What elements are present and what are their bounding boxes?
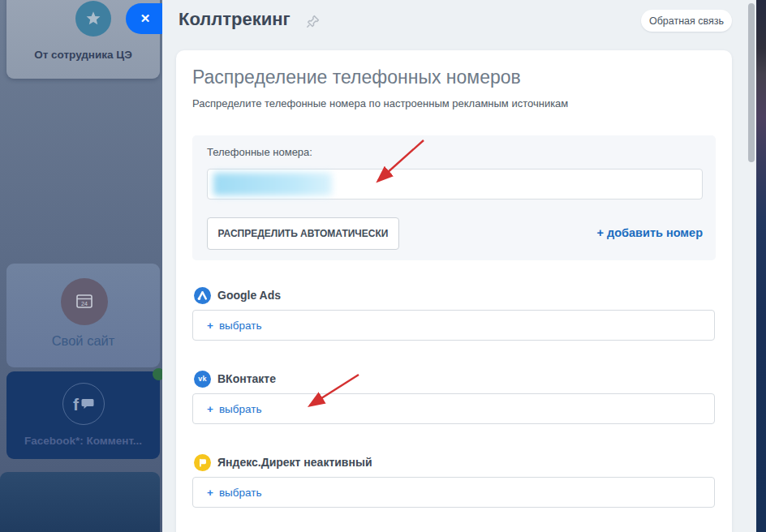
sidebar-card-own-site[interactable]: 24 Свой сайт (6, 264, 160, 367)
select-numbers-vkontakte[interactable]: +выбрать (192, 393, 715, 424)
page-title: Коллтрекинг (179, 9, 290, 30)
integrations-sidebar: От сотрудника ЦЭ ✕ 24 Свой сайт f Facebo… (0, 0, 162, 532)
pin-icon[interactable] (306, 14, 321, 28)
google-ads-icon (194, 287, 211, 304)
phone-numbers-block: Телефонные номера: РАСПРЕДЕЛИТЬ АВТОМАТИ… (192, 135, 716, 260)
sidebar-bottom-card-partial[interactable] (0, 472, 160, 532)
star-icon (75, 1, 111, 36)
section-title: Распределение телефонных номеров (192, 66, 521, 88)
add-number-link[interactable]: +добавить номер (597, 226, 704, 239)
select-link[interactable]: +выбрать (207, 403, 261, 415)
phone-numbers-label: Телефонные номера: (207, 146, 312, 158)
distribution-card: Распределение телефонных номеров Распред… (176, 50, 732, 532)
select-numbers-google-ads[interactable]: +выбрать (192, 310, 715, 341)
calltracking-panel: Коллтрекинг Обратная связь Распределение… (162, 0, 756, 532)
select-link[interactable]: +выбрать (207, 487, 261, 499)
source-header-vkontakte: vk ВКонтакте (194, 370, 276, 388)
source-header-yandex-direct: Яндекс.Директ неактивный (194, 453, 372, 471)
plus-icon: + (207, 487, 213, 499)
source-header-google-ads: Google Ads (194, 286, 281, 304)
plus-icon: + (207, 320, 213, 332)
sidebar-card-label: Facebook*: Коммент... (6, 435, 160, 447)
close-icon: ✕ (140, 11, 151, 26)
blurred-phone-number-chip (213, 173, 332, 195)
plus-icon: + (597, 226, 604, 239)
facebook-comments-icon: f (62, 383, 105, 425)
select-numbers-yandex-direct[interactable]: +выбрать (192, 477, 715, 508)
vertical-scrollbar-thumb[interactable] (748, 3, 755, 162)
select-link[interactable]: +выбрать (207, 320, 261, 332)
feedback-button[interactable]: Обратная связь (641, 10, 732, 32)
source-name: ВКонтакте (217, 372, 276, 385)
active-indicator-dot (153, 368, 162, 380)
background-page-strip (756, 0, 766, 532)
source-name: Яндекс.Директ неактивный (217, 456, 372, 469)
phone-numbers-input[interactable] (207, 169, 703, 200)
source-name: Google Ads (217, 289, 281, 302)
close-panel-button[interactable]: ✕ (126, 3, 162, 34)
yandex-direct-icon (194, 454, 211, 471)
distribute-automatically-button[interactable]: РАСПРЕДЕЛИТЬ АВТОМАТИЧЕСКИ (207, 217, 399, 250)
section-subtitle: Распределите телефонные номера по настро… (192, 97, 568, 109)
plus-icon: + (207, 403, 213, 415)
vkontakte-icon: vk (194, 371, 211, 388)
calltracking-page: От сотрудника ЦЭ ✕ 24 Свой сайт f Facebo… (0, 0, 766, 532)
sidebar-card-label: От сотрудника ЦЭ (6, 49, 160, 61)
browser-site-icon: 24 (61, 278, 108, 325)
svg-text:24: 24 (81, 301, 88, 307)
sidebar-card-facebook-comments[interactable]: f Facebook*: Коммент... (6, 371, 160, 459)
sidebar-card-label: Свой сайт (6, 333, 160, 349)
